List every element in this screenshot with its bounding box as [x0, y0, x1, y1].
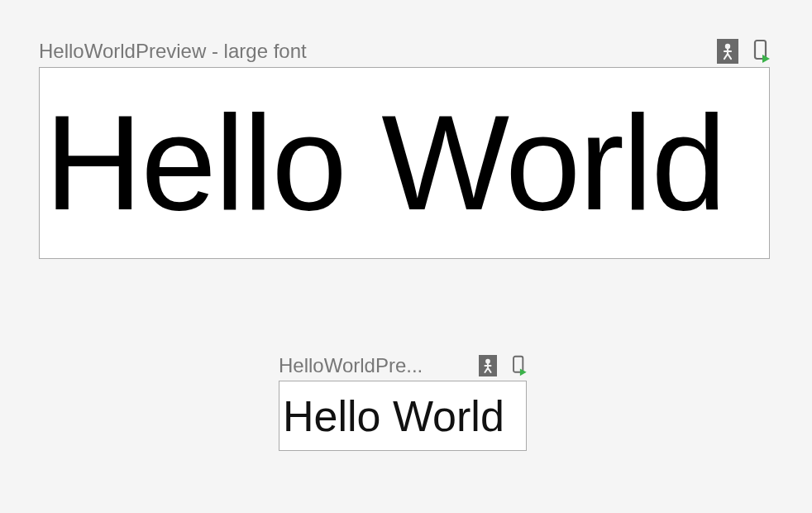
preview-content-text: Hello World: [45, 95, 725, 231]
preview-header: HelloWorldPreview - large font: [39, 39, 770, 64]
deploy-device-icon[interactable]: [512, 355, 527, 376]
preview-actions: [717, 39, 770, 64]
preview-canvas: Hello World: [39, 67, 770, 259]
interactive-preview-icon[interactable]: [479, 355, 497, 376]
preview-title: HelloWorldPreview - large font: [39, 40, 307, 63]
interactive-preview-icon[interactable]: [717, 39, 738, 64]
preview-canvas: Hello World: [279, 381, 527, 451]
preview-actions: [479, 355, 527, 376]
preview-content-text: Hello World: [283, 395, 504, 438]
preview-title: HelloWorldPre...: [279, 354, 423, 377]
preview-block-large: HelloWorldPreview - large font Hello Wor…: [39, 39, 770, 259]
preview-header: HelloWorldPre...: [279, 354, 527, 377]
deploy-device-icon[interactable]: [753, 39, 770, 64]
preview-block-small: HelloWorldPre... Hello World: [279, 354, 527, 451]
